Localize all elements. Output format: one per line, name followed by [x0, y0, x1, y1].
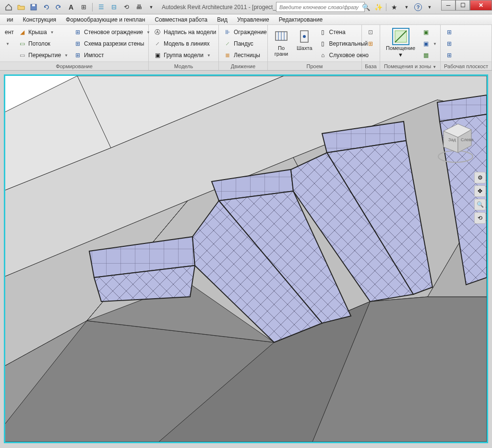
tab-vid[interactable]: Вид: [212, 14, 232, 24]
quick-access-toolbar: A ⊞ ☰ ⊟ ⟲ 🖶 ▼: [0, 2, 160, 12]
title-bar: A ⊞ ☰ ⊟ ⟲ 🖶 ▼ Autodesk Revit Architectur…: [0, 0, 492, 14]
pomesh-icon-1[interactable]: ▣: [420, 27, 439, 37]
qat-home-icon[interactable]: [4, 2, 13, 12]
svg-point-7: [303, 35, 306, 38]
qat-table-icon[interactable]: ⊟: [109, 2, 119, 12]
group-label-baza: База: [362, 61, 380, 70]
tab-formoobrazuyushchie[interactable]: Формообразующие и генплан: [61, 14, 150, 24]
nav-wheel-icon[interactable]: ⚙: [474, 172, 486, 183]
group-label-pomesh: Помещения и зоны ▼: [380, 61, 440, 70]
ent-label: ент: [3, 27, 14, 37]
nav-orbit-icon[interactable]: ⟲: [474, 212, 486, 224]
btn-pandus[interactable]: ⟋Пандус: [222, 38, 269, 49]
qat-dropdown-icon[interactable]: ▼: [146, 2, 156, 12]
viewcube-face-back: Зад: [448, 137, 456, 142]
qat-open-icon[interactable]: [16, 2, 26, 12]
tab-konstruktsiya[interactable]: Конструкция: [18, 14, 61, 24]
group-label-formirovanie: Формирование: [0, 61, 148, 70]
qat-grid-icon[interactable]: ⊞: [79, 2, 88, 12]
favorite-icon[interactable]: ★: [389, 2, 399, 12]
3d-viewport[interactable]: — ▣ ✕: [4, 74, 488, 443]
viewcube-face-left: Слева: [461, 137, 473, 142]
btn-stenovoe-ograzhdenie[interactable]: ⊞Стеновое ограждение▼: [72, 27, 152, 37]
close-button[interactable]: ✕: [470, 0, 492, 11]
btn-gruppa-modeli[interactable]: ▣Группа модели▼: [152, 50, 218, 61]
menu-bar: ии Конструкция Формообразующие и генплан…: [0, 14, 492, 25]
viewcube[interactable]: Зад Слева: [434, 114, 477, 167]
infocenter-tools: 🔍 ✨ ★ ▼ ? ▼: [361, 0, 434, 14]
ribbon-group-formirovanie: ент ▼ ◢Крыша▼ ▭Потолок ▭Перекрытие▼ ⊞Сте…: [0, 25, 149, 70]
group-label-model: Модель: [149, 61, 218, 70]
ribbon-group-baza: ⊡ ⊞ База: [362, 25, 380, 70]
search-input[interactable]: [276, 2, 365, 12]
btn-krysha[interactable]: ◢Крыша▼: [16, 27, 70, 37]
search-icon[interactable]: 🔍: [361, 2, 371, 12]
nav-zoom-icon[interactable]: 🔍: [474, 199, 486, 210]
qat-list-icon[interactable]: ☰: [96, 2, 106, 12]
qat-separator: [92, 3, 93, 12]
qat-print-icon[interactable]: 🖶: [134, 2, 144, 12]
help-dd-icon[interactable]: ▼: [425, 2, 434, 12]
tab-ii[interactable]: ии: [2, 14, 18, 24]
3d-model-render: [5, 76, 487, 442]
btn-perekrytie[interactable]: ▭Перекрытие▼: [16, 50, 70, 61]
help-dropdown-icon[interactable]: ▼: [402, 2, 411, 12]
ribbon-group-pomescheniya: Помещение ▼ ▣ ▣▼ ▦ Помещения и зоны ▼: [380, 25, 441, 70]
subscription-icon[interactable]: ✨: [373, 2, 383, 12]
nav-pan-icon[interactable]: ✥: [474, 185, 486, 197]
baza-icon-1[interactable]: ⊡: [365, 27, 376, 37]
ribbon-group-rabochaya: ⊞ ⊞ ⊞ Рабочая плоскост: [441, 25, 492, 70]
btn-potolok[interactable]: ▭Потолок: [16, 38, 70, 49]
viewport-container: — ▣ ✕: [0, 71, 492, 448]
ent-dd[interactable]: ▼: [3, 38, 14, 49]
btn-nadpis-na-modeli[interactable]: ⒶНадпись на модели: [152, 27, 218, 37]
qat-sync-icon[interactable]: ⟲: [121, 2, 131, 12]
btn-skhema-razrezki[interactable]: ⊞Схема разрезки стены: [72, 38, 152, 49]
qat-redo-icon[interactable]: [54, 2, 63, 12]
maximize-button[interactable]: ☐: [456, 0, 470, 11]
qat-save-icon[interactable]: [29, 2, 38, 12]
btn-ograzhdenie[interactable]: ⊪Ограждение: [222, 27, 269, 37]
btn-lestnitsy[interactable]: ≣Лестницы: [222, 50, 269, 61]
minimize-button[interactable]: ─: [441, 0, 456, 11]
qat-undo-icon[interactable]: [41, 2, 51, 12]
ribbon-group-proem: По грани Шахта ▯Стена ▯Вертикальный ⌂Слу…: [268, 25, 362, 70]
pomesh-icon-2[interactable]: ▣▼: [420, 38, 439, 49]
sep: [386, 3, 386, 11]
pomesh-icon-3[interactable]: ▦: [420, 50, 439, 61]
search-box[interactable]: [276, 2, 365, 12]
navigation-bar: ⚙ ✥ 🔍 ⟲: [474, 172, 486, 224]
tab-upravlenie[interactable]: Управление: [232, 14, 274, 24]
group-label-proem: Проем: [268, 61, 361, 70]
btn-model-v-liniyakh[interactable]: ⟋Модель в линиях: [152, 38, 218, 49]
ribbon-group-dvizhenie: ⊪Ограждение ⟋Пандус ≣Лестницы Движение: [219, 25, 268, 70]
ribbon-group-model: ⒶНадпись на модели ⟋Модель в линиях ▣Гру…: [149, 25, 219, 70]
rabochaya-icon-2[interactable]: ⊞: [444, 38, 455, 49]
svg-point-38: [438, 151, 473, 162]
btn-pomeshchenie[interactable]: Помещение ▼: [383, 27, 418, 58]
group-label-rabochaya: Рабочая плоскост: [441, 61, 492, 70]
tab-redaktirovanie[interactable]: Редактирование: [274, 14, 327, 24]
rabochaya-icon-1[interactable]: ⊞: [444, 27, 455, 37]
qat-text-icon[interactable]: A: [66, 2, 76, 12]
svg-rect-1: [32, 4, 35, 6]
help-icon[interactable]: ?: [414, 3, 422, 11]
window-controls: ─ ☐ ✕: [441, 0, 492, 11]
ribbon: ент ▼ ◢Крыша▼ ▭Потолок ▭Перекрытие▼ ⊞Сте…: [0, 25, 492, 71]
group-label-dvizhenie: Движение: [219, 61, 267, 70]
baza-icon-2[interactable]: ⊞: [365, 38, 376, 49]
btn-impost[interactable]: ⊞Импост: [72, 50, 152, 61]
btn-po-grani[interactable]: По грани: [271, 27, 292, 57]
btn-shakhta[interactable]: Шахта: [294, 27, 315, 51]
tab-sovmestnaya-rabota[interactable]: Совместная работа: [150, 14, 212, 24]
rabochaya-icon-3[interactable]: ⊞: [444, 50, 455, 61]
